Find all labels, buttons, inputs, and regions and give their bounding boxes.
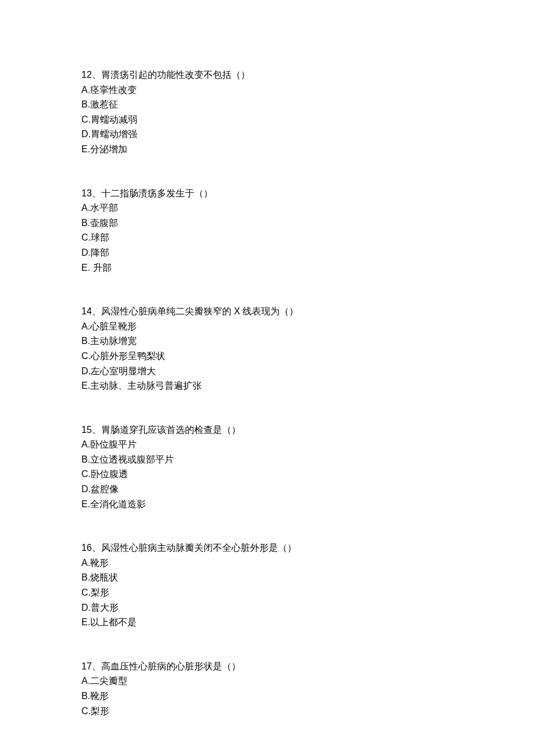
- question-stem: 胃肠道穿孔应该首选的检查是（）: [101, 425, 241, 435]
- question-option: D.降部: [81, 245, 454, 260]
- question-stem: 风湿性心脏病单纯二尖瓣狭窄的 X 线表现为（）: [101, 306, 299, 316]
- question-stem: 高血压性心脏病的心脏形状是（）: [101, 661, 241, 671]
- question-block: 15、胃肠道穿孔应该首选的检查是（）A.卧位腹平片B.立位透视或腹部平片C.卧位…: [81, 422, 454, 512]
- question-number: 13、: [81, 188, 101, 198]
- question-option: C.球部: [81, 230, 454, 245]
- question-option: E. 升部: [81, 260, 454, 275]
- question-option: B.主动脉增宽: [81, 334, 454, 349]
- question-block: 14、风湿性心脏病单纯二尖瓣狭窄的 X 线表现为（）A.心脏呈靴形B.主动脉增宽…: [81, 304, 454, 393]
- question-stem: 胃溃疡引起的功能性改变不包括（）: [101, 70, 250, 80]
- question-option: C.胃蠕动减弱: [81, 112, 454, 127]
- question-option: C.心脏外形呈鸭梨状: [81, 349, 454, 364]
- question-text: 12、胃溃疡引起的功能性改变不包括（）: [81, 67, 454, 83]
- question-option: C.梨形: [81, 585, 454, 600]
- question-number: 14、: [81, 306, 101, 316]
- question-option: E.以上都不是: [81, 615, 454, 630]
- question-text: 14、风湿性心脏病单纯二尖瓣狭窄的 X 线表现为（）: [81, 304, 454, 319]
- question-option: B.激惹征: [81, 97, 454, 112]
- question-text: 16、风湿性心脏病主动脉瓣关闭不全心脏外形是（）: [81, 540, 454, 556]
- question-option: D.左心室明显增大: [81, 364, 454, 379]
- question-block: 16、风湿性心脏病主动脉瓣关闭不全心脏外形是（）A.靴形B.烧瓶状C.梨形D.普…: [81, 540, 454, 630]
- question-stem: 风湿性心脏病主动脉瓣关闭不全心脏外形是（）: [101, 543, 297, 553]
- question-option: A.卧位腹平片: [81, 437, 454, 452]
- question-option: D.盆腔像: [81, 482, 454, 497]
- question-text: 15、胃肠道穿孔应该首选的检查是（）: [81, 422, 454, 438]
- question-option: B.烧瓶状: [81, 570, 454, 585]
- question-block: 12、胃溃疡引起的功能性改变不包括（）A.痉挛性改变B.激惹征C.胃蠕动减弱D.…: [81, 67, 454, 157]
- question-option: B.靴形: [81, 689, 454, 704]
- question-option: B.壶腹部: [81, 216, 454, 231]
- question-number: 15、: [81, 425, 101, 435]
- question-text: 13、十二指肠溃疡多发生于（）: [81, 186, 454, 201]
- question-option: D.胃蠕动增强: [81, 127, 454, 142]
- question-option: A.靴形: [81, 556, 454, 571]
- question-option: A.心脏呈靴形: [81, 319, 454, 334]
- question-option: C.卧位腹透: [81, 467, 454, 482]
- question-option: E.全消化道造影: [81, 497, 454, 512]
- question-number: 12、: [81, 70, 101, 80]
- question-block: 17、高血压性心脏病的心脏形状是（）A.二尖瓣型B.靴形C.梨形: [81, 659, 454, 718]
- question-option: A.痉挛性改变: [81, 83, 454, 98]
- question-number: 16、: [81, 543, 101, 553]
- question-option: B.立位透视或腹部平片: [81, 452, 454, 467]
- question-option: A.水平部: [81, 200, 454, 216]
- question-stem: 十二指肠溃疡多发生于（）: [101, 188, 213, 198]
- question-option: C.梨形: [81, 704, 454, 719]
- question-option: D.普大形: [81, 600, 454, 615]
- question-option: E.主动脉、主动脉弓普遍扩张: [81, 378, 454, 393]
- question-option: E.分泌增加: [81, 142, 454, 157]
- question-option: A.二尖瓣型: [81, 673, 454, 689]
- question-number: 17、: [81, 661, 101, 671]
- question-text: 17、高血压性心脏病的心脏形状是（）: [81, 659, 454, 674]
- question-block: 13、十二指肠溃疡多发生于（）A.水平部B.壶腹部C.球部D.降部E. 升部: [81, 186, 454, 275]
